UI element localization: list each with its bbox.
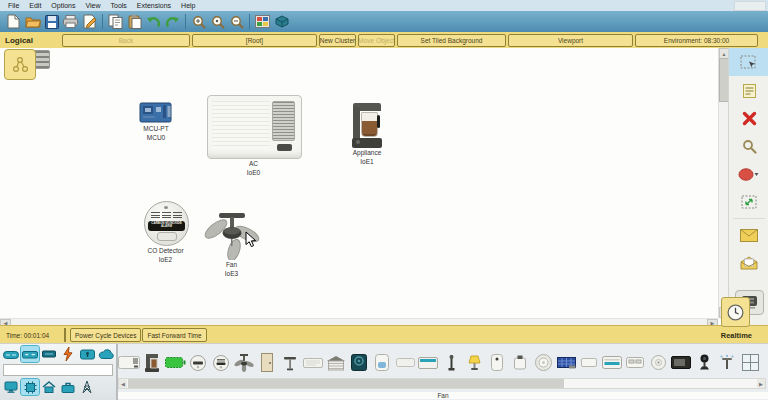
- menu-help[interactable]: Help: [176, 2, 200, 9]
- palette-device-tv[interactable]: [670, 349, 692, 376]
- palette-device-alarm[interactable]: [532, 349, 554, 376]
- palette-device-lamp[interactable]: [279, 349, 301, 376]
- palette-device-window[interactable]: [739, 349, 761, 376]
- palette-device-led[interactable]: [578, 349, 600, 376]
- palette-device-water-sprinkler[interactable]: [716, 349, 738, 376]
- palette-device-carbon-dioxide-detector[interactable]: [187, 349, 209, 376]
- palette-device-street-lamp[interactable]: [440, 349, 462, 376]
- category-wireless-devices[interactable]: [59, 346, 77, 362]
- logical-workspace-canvas[interactable]: MCU-PTMCU0ACIoE0ApplianceIoE1CARBON MONO…: [0, 48, 718, 318]
- canvas-vertical-scrollbar[interactable]: ▲ ▼: [718, 48, 728, 318]
- palette-device-motion-detector[interactable]: [486, 349, 508, 376]
- add-simple-pdu-tool[interactable]: [729, 221, 768, 249]
- simulation-time: Time: 00:01:04: [0, 332, 64, 339]
- category-components[interactable]: [21, 379, 39, 395]
- nav-button-viewport[interactable]: Viewport: [508, 34, 633, 47]
- palette-device-furnace[interactable]: [302, 349, 324, 376]
- category-hubs[interactable]: [40, 346, 58, 362]
- open-folder-icon[interactable]: [23, 13, 42, 30]
- device-mcu0[interactable]: MCU-PTMCU0: [139, 100, 173, 143]
- palette-device-thermostat[interactable]: [624, 349, 646, 376]
- palette-scrollbar[interactable]: ◀ ▶: [118, 378, 766, 389]
- select-tool[interactable]: [729, 48, 768, 76]
- palette-device-webcam[interactable]: [693, 349, 715, 376]
- power-cycle-devices-button[interactable]: Power Cycle Devices: [70, 328, 141, 342]
- menu-options[interactable]: Options: [46, 2, 80, 9]
- palette-device-air-conditioner[interactable]: [118, 349, 140, 376]
- new-file-icon[interactable]: [4, 13, 23, 30]
- print-icon[interactable]: [61, 13, 80, 30]
- palette-device-lawn-sprinkler[interactable]: [394, 349, 416, 376]
- realtime-mode-tab[interactable]: [721, 297, 750, 327]
- tab-logical[interactable]: Logical: [0, 36, 62, 45]
- palette-device-ceiling-fan[interactable]: [233, 349, 255, 376]
- category-security[interactable]: [78, 346, 96, 362]
- category-industrial[interactable]: [59, 379, 77, 395]
- device-ioe2[interactable]: CARBON MONOXIDEALARMCO DetectorIoE2: [144, 201, 187, 265]
- place-note-tool[interactable]: [729, 76, 768, 104]
- selected-device-name: Fan: [118, 392, 768, 399]
- palette-scroll-right-arrow[interactable]: ▶: [757, 379, 765, 388]
- device-icon-row: [118, 344, 768, 376]
- palette-scroll-left-arrow[interactable]: ◀: [119, 379, 127, 388]
- zoom-out-icon[interactable]: [227, 13, 246, 30]
- add-complex-pdu-tool[interactable]: [729, 249, 768, 277]
- menu-tools[interactable]: Tools: [106, 2, 132, 9]
- nav-button-root[interactable]: [Root]: [192, 34, 317, 47]
- zoom-in-icon[interactable]: [189, 13, 208, 30]
- palette-device-music-player[interactable]: [417, 349, 439, 376]
- place-note-icon: [743, 83, 756, 98]
- air-conditioner-icon: [118, 356, 140, 369]
- nav-button-set-tiled-background[interactable]: Set Tiled Background: [397, 34, 506, 47]
- palette-device-smart-window[interactable]: [601, 349, 623, 376]
- device-selection-box: ◀ ▶ Fan: [118, 344, 768, 400]
- menu-view[interactable]: View: [80, 2, 105, 9]
- category-routers[interactable]: [2, 346, 20, 362]
- menu-file[interactable]: File: [3, 2, 24, 9]
- resize-shape-tool[interactable]: [729, 188, 768, 216]
- palette-device-carbon-monoxide-detector[interactable]: [210, 349, 232, 376]
- palette-device-solar-panel[interactable]: [555, 349, 577, 376]
- palette-device-home-speaker[interactable]: [348, 349, 370, 376]
- palette-device-door[interactable]: [256, 349, 278, 376]
- menu-extensions[interactable]: Extensions: [132, 2, 176, 9]
- palette-device-battery[interactable]: [164, 349, 186, 376]
- palette-device-appliance[interactable]: [141, 349, 163, 376]
- custom-devices-dialog-icon[interactable]: [272, 13, 291, 30]
- undo-icon[interactable]: [144, 13, 163, 30]
- redo-icon[interactable]: [163, 13, 182, 30]
- logical-view-tab[interactable]: [4, 49, 36, 80]
- nav-button-back[interactable]: Back: [62, 34, 190, 47]
- save-icon[interactable]: [42, 13, 61, 30]
- inspect-tool[interactable]: [729, 132, 768, 160]
- drawing-palette-icon[interactable]: [253, 13, 272, 30]
- nav-button-new-cluster[interactable]: New Cluster: [319, 34, 356, 47]
- add-complex-pdu-icon: [740, 256, 758, 270]
- category-power-grid[interactable]: [78, 379, 96, 395]
- siren-icon: [514, 355, 526, 370]
- menu-edit[interactable]: Edit: [24, 2, 46, 9]
- nav-button-move-object[interactable]: Move Object: [358, 34, 395, 47]
- category-wan-emulation[interactable]: [97, 346, 115, 362]
- category-switches[interactable]: [21, 346, 39, 362]
- palette-device-smoke-detector[interactable]: [647, 349, 669, 376]
- delete-tool[interactable]: [729, 104, 768, 132]
- paste-icon[interactable]: [125, 13, 144, 30]
- category-home-devices[interactable]: [40, 379, 58, 395]
- device-ioe1[interactable]: ApplianceIoE1: [351, 103, 383, 167]
- fast-forward-time-button[interactable]: Fast Forward Time: [142, 328, 206, 342]
- category-end-devices[interactable]: [2, 379, 20, 395]
- garage-door-icon: [326, 355, 346, 371]
- activity-wizard-icon[interactable]: [80, 13, 99, 30]
- palette-device-siren[interactable]: [509, 349, 531, 376]
- copy-icon[interactable]: [106, 13, 125, 30]
- palette-scroll-thumb[interactable]: [128, 379, 564, 388]
- palette-device-garage-door[interactable]: [325, 349, 347, 376]
- palette-device-humidifier[interactable]: [371, 349, 393, 376]
- zoom-reset-icon[interactable]: [208, 13, 227, 30]
- draw-shape-tool[interactable]: [729, 160, 768, 188]
- device-ioe0[interactable]: ACIoE0: [207, 95, 300, 178]
- ac-device-icon: [207, 95, 300, 159]
- nav-button-environment-08-30-00[interactable]: Environment: 08:30:00: [635, 34, 758, 47]
- palette-device-light[interactable]: [463, 349, 485, 376]
